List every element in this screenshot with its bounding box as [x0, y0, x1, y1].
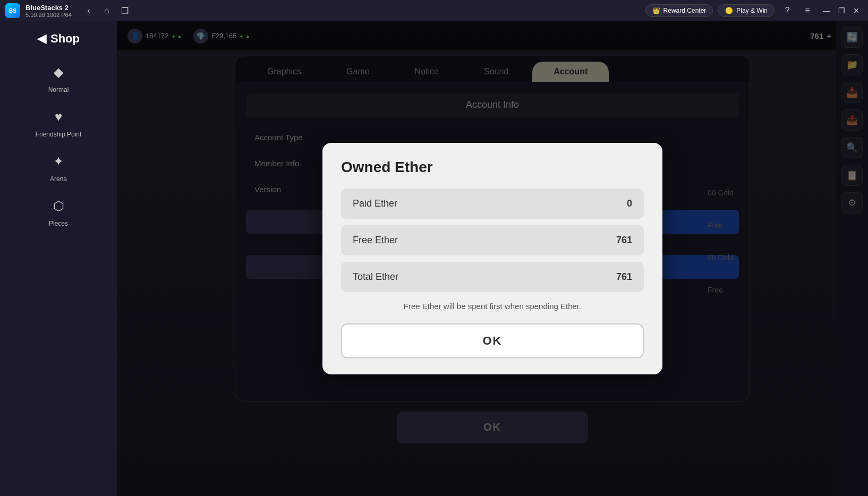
sidebar-item-friendship[interactable]: ♥ Friendship Point	[36, 106, 82, 138]
nav-home-button[interactable]: ⌂	[99, 3, 114, 18]
help-button[interactable]: ?	[780, 3, 795, 18]
reward-center-label: Reward Center	[663, 7, 707, 14]
modal-overlay: Owned Ether Paid Ether 0 Free Ether 761 …	[117, 21, 868, 496]
left-sidebar: ◀ Shop ◆ Normal ♥ Friendship Point ✦ Are…	[0, 21, 117, 496]
play-win-button[interactable]: 🟡 Play & Win	[718, 4, 775, 17]
modal-ok-button[interactable]: OK	[341, 323, 644, 358]
nav-back-button[interactable]: ‹	[81, 3, 96, 18]
nav-window-button[interactable]: ❐	[117, 3, 132, 18]
total-ether-value: 761	[616, 271, 632, 283]
sidebar-item-pieces[interactable]: ⬡ Pieces	[48, 195, 69, 227]
arena-label: Arena	[50, 175, 67, 183]
pieces-label: Pieces	[49, 220, 68, 227]
arena-icon: ✦	[48, 151, 69, 172]
minimize-button[interactable]: —	[820, 4, 833, 17]
crown-icon: 👑	[652, 7, 660, 14]
friendship-icon: ♥	[48, 106, 69, 127]
shop-header: ◀ Shop	[37, 32, 80, 46]
play-win-label: Play & Win	[736, 7, 768, 14]
titlebar: BS BlueStacks 2 5.10.20.1002 P64 ‹ ⌂ ❐ 👑…	[0, 0, 868, 21]
sidebar-item-arena[interactable]: ✦ Arena	[48, 151, 69, 183]
free-ether-row: Free Ether 761	[341, 225, 644, 255]
owned-ether-modal: Owned Ether Paid Ether 0 Free Ether 761 …	[322, 143, 662, 374]
reward-center-button[interactable]: 👑 Reward Center	[645, 4, 713, 17]
close-button[interactable]: ✕	[850, 4, 863, 17]
friendship-label: Friendship Point	[36, 131, 82, 138]
pieces-icon: ⬡	[48, 195, 69, 217]
normal-icon: ◆	[48, 62, 69, 83]
shop-back-icon[interactable]: ◀	[37, 32, 46, 46]
sidebar-item-normal[interactable]: ◆ Normal	[48, 62, 69, 93]
game-window: 👤 184172 + ▲ 💎 F29,165 + ▲ 761 + Grap	[117, 21, 868, 496]
app-logo: BS	[5, 3, 20, 18]
restore-button[interactable]: ❐	[835, 4, 848, 17]
shop-title: Shop	[50, 32, 80, 46]
free-ether-label: Free Ether	[353, 235, 398, 246]
normal-label: Normal	[48, 86, 69, 93]
modal-title: Owned Ether	[341, 159, 644, 176]
paid-ether-row: Paid Ether 0	[341, 189, 644, 219]
sidebar-items: ◆ Normal ♥ Friendship Point ✦ Arena ⬡ Pi…	[0, 62, 117, 227]
play-icon: 🟡	[725, 7, 733, 14]
paid-ether-label: Paid Ether	[353, 198, 397, 209]
total-ether-label: Total Ether	[353, 271, 398, 283]
menu-button[interactable]: ≡	[800, 3, 815, 18]
free-ether-value: 761	[616, 235, 632, 246]
window-controls: — ❐ ✕	[820, 4, 863, 17]
modal-note: Free Ether will be spent first when spen…	[341, 302, 644, 311]
nav-buttons: ‹ ⌂ ❐	[81, 3, 132, 18]
app-version: 5.10.20.1002 P64	[25, 12, 72, 18]
total-ether-row: Total Ether 761	[341, 262, 644, 292]
main-content: ◀ Shop ◆ Normal ♥ Friendship Point ✦ Are…	[0, 21, 868, 496]
titlebar-right: 👑 Reward Center 🟡 Play & Win ? ≡ — ❐ ✕	[645, 3, 863, 18]
app-name: BlueStacks 2	[25, 4, 72, 12]
paid-ether-value: 0	[627, 198, 632, 209]
